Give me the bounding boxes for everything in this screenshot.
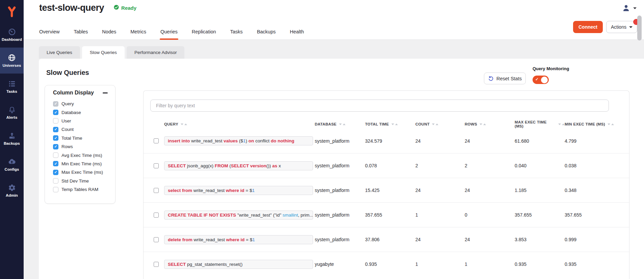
tab-backups[interactable]: Backups [257, 24, 276, 40]
column-header-max-exec-time-ms[interactable]: MAX EXEC TIME (MS) [515, 120, 565, 128]
subtab-performance-advisor[interactable]: Performance Advisor [127, 46, 184, 59]
column-header-label: TOTAL TIME [365, 122, 389, 126]
connect-button[interactable]: Connect [573, 21, 603, 33]
column-header-rows[interactable]: ROWS [465, 122, 515, 126]
row-checkbox[interactable] [154, 213, 159, 218]
reset-icon [488, 76, 494, 81]
checkbox[interactable]: ✓ [53, 161, 58, 166]
sql-token: , prim... [298, 213, 313, 218]
column-header-count[interactable]: COUNT [415, 122, 465, 126]
column-option-total-time[interactable]: ✓Total Time [45, 134, 115, 142]
table-row[interactable]: SELECT jsonb_agg(x) FROM (SELECT version… [144, 153, 629, 178]
sidebar-item-configs[interactable]: Configs [0, 151, 24, 177]
sql-token: x [279, 163, 281, 168]
column-option-temp-tables-ram[interactable]: Temp Tables RAM [45, 185, 115, 194]
sidebar-item-alerts[interactable]: Alerts [0, 100, 24, 125]
query-text-cell[interactable]: SELECT pg_stat_statements_reset() [164, 260, 313, 269]
tab-overview[interactable]: Overview [39, 24, 59, 40]
checkbox[interactable] [53, 187, 58, 192]
tab-tasks[interactable]: Tasks [230, 24, 243, 40]
column-option-rows[interactable]: ✓Rows [45, 142, 115, 151]
sidebar-item-tasks[interactable]: Tasks [0, 74, 24, 100]
column-option-user[interactable]: User [45, 117, 115, 125]
column-option-min-exec-time-ms[interactable]: ✓Min Exec Time (ms) [45, 160, 115, 168]
tab-metrics[interactable]: Metrics [130, 24, 146, 40]
column-header-database[interactable]: DATABASE [315, 122, 365, 126]
table-row[interactable]: CREATE TABLE IF NOT EXISTS "write_read_t… [144, 202, 629, 227]
query-subtabs: Live QueriesSlow QueriesPerformance Advi… [39, 46, 184, 59]
sort-arrows-icon [480, 123, 486, 125]
total-time-cell: 324.579 [365, 138, 415, 144]
row-checkbox[interactable] [154, 163, 159, 168]
sidebar-item-admin[interactable]: Admin [0, 177, 24, 203]
table-row[interactable]: delete from write_read_test where id = $… [144, 227, 629, 252]
checkbox[interactable]: ✓ [53, 110, 58, 115]
sql-token: jsonb_agg(x) [187, 163, 215, 168]
sidebar-item-backups[interactable]: Backups [0, 125, 24, 151]
row-checkbox[interactable] [154, 262, 159, 267]
tab-nodes[interactable]: Nodes [102, 24, 116, 40]
query-text-cell[interactable]: select from write_read_test where id = $… [164, 186, 313, 195]
checkbox[interactable] [53, 152, 58, 158]
tab-health[interactable]: Health [290, 24, 304, 40]
max-exec-time-cell: 357.655 [515, 212, 565, 218]
query-text-cell[interactable]: insert into write_read_test values ($1) … [164, 136, 313, 145]
table-row[interactable]: select from write_read_test where id = $… [144, 178, 629, 202]
check-circle-icon [113, 4, 119, 11]
tab-tables[interactable]: Tables [74, 24, 88, 40]
tab-replication[interactable]: Replication [192, 24, 216, 40]
table-row[interactable]: SELECT pg_stat_statements_reset()yugabyt… [144, 252, 629, 276]
sql-token: values [224, 138, 239, 143]
page-scrollbar[interactable] [637, 16, 642, 40]
max-exec-time-cell: 61.680 [515, 138, 565, 144]
sql-token: FROM [215, 163, 230, 168]
query-text-cell[interactable]: SELECT jsonb_agg(x) FROM (SELECT version… [164, 161, 313, 170]
minus-icon[interactable] [103, 92, 108, 93]
row-checkbox[interactable] [154, 138, 159, 143]
column-option-query[interactable]: ✓Query [45, 100, 115, 108]
yugabyte-logo-icon[interactable] [0, 0, 24, 22]
checkbox[interactable] [53, 178, 58, 184]
column-option-std-dev-time[interactable]: Std Dev Time [45, 177, 115, 185]
rows-cell: 2 [465, 163, 515, 168]
column-header-query[interactable]: QUERY [164, 122, 315, 126]
table-header-row: QUERYDATABASETOTAL TIMECOUNTROWSMAX EXEC… [144, 120, 629, 129]
universe-header: test-slow-query Ready OverviewTablesNode… [24, 0, 644, 40]
column-option-avg-exec-time-ms[interactable]: Avg Exec Time (ms) [45, 151, 115, 159]
actions-button[interactable]: Actions [606, 21, 637, 33]
sql-token: = $ [246, 188, 252, 193]
subtab-slow-queries[interactable]: Slow Queries [82, 46, 125, 59]
sidebar-item-label: Tasks [6, 89, 17, 93]
checkbox[interactable]: ✓ [53, 144, 58, 149]
sql-token: SELECT version [231, 163, 266, 168]
checkbox[interactable]: ✓ [53, 135, 58, 141]
column-header-label: QUERY [164, 122, 178, 126]
row-checkbox[interactable] [154, 237, 159, 242]
sidebar-item-dashboard[interactable]: Dashboard [0, 22, 24, 48]
subtab-live-queries[interactable]: Live Queries [39, 46, 80, 59]
column-header-min-exec-time-ms[interactable]: MIN EXEC TIME (MS) [565, 122, 629, 126]
row-checkbox[interactable] [154, 188, 159, 193]
query-monitoring-toggle[interactable]: ✓ [533, 76, 549, 84]
check-icon: ✓ [535, 77, 539, 82]
table-row[interactable]: insert into write_read_test values ($1) … [144, 129, 629, 153]
checkbox[interactable]: ✓ [53, 170, 58, 175]
reset-stats-button[interactable]: Reset Stats [484, 73, 526, 84]
column-option-label: Count [61, 127, 74, 132]
tab-queries[interactable]: Queries [160, 24, 178, 40]
column-option-max-exec-time-ms[interactable]: ✓Max Exec Time (ms) [45, 168, 115, 176]
column-option-database[interactable]: ✓Database [45, 108, 115, 116]
column-option-count[interactable]: ✓Count [45, 125, 115, 134]
column-header-total-time[interactable]: TOTAL TIME [365, 122, 415, 126]
user-menu[interactable] [622, 4, 637, 12]
total-time-cell: 37.806 [365, 237, 415, 242]
query-text-cell[interactable]: CREATE TABLE IF NOT EXISTS "write_read_t… [164, 211, 313, 220]
sidebar-item-universes[interactable]: Universes [0, 48, 24, 74]
sql-token: do nothing [271, 138, 294, 143]
query-filter-input[interactable] [150, 100, 609, 112]
query-text-cell[interactable]: delete from write_read_test where id = $… [164, 235, 313, 244]
checkbox[interactable]: ✓ [53, 127, 58, 132]
chevron-down-icon [633, 7, 637, 9]
checkbox[interactable] [53, 118, 58, 123]
sort-arrows-icon [432, 123, 438, 125]
